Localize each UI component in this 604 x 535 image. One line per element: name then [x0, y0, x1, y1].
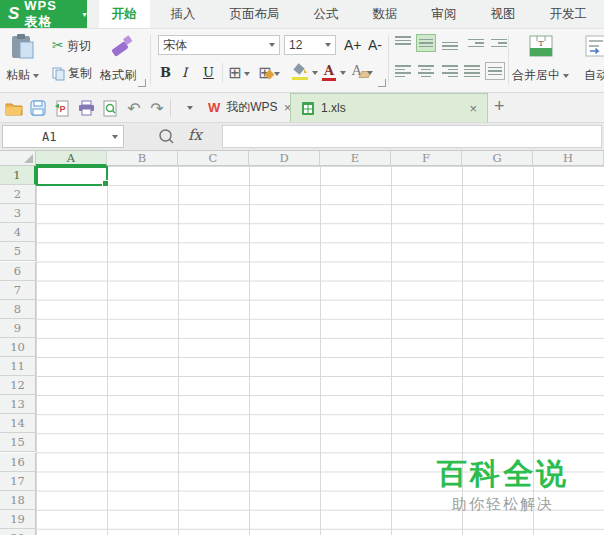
row-header-19[interactable]: 19 [0, 510, 36, 529]
distribute-button[interactable] [485, 62, 505, 80]
column-header-A[interactable]: A [36, 151, 107, 166]
row-header-16[interactable]: 16 [0, 453, 36, 472]
font-family-value: 宋体 [163, 37, 187, 54]
wps-w-icon: W [208, 100, 220, 115]
watermark-title: 百科全说 [437, 454, 569, 495]
row-header-18[interactable]: 18 [0, 491, 36, 510]
draw-border-button[interactable]: ⊞ [258, 63, 280, 82]
column-header-C[interactable]: C [178, 151, 249, 166]
tab-insert[interactable]: 插入 [158, 0, 209, 28]
row-header-13[interactable]: 13 [0, 395, 36, 414]
font-dialog-launcher[interactable] [378, 79, 386, 87]
column-header-E[interactable]: E [320, 151, 391, 166]
row-header-8[interactable]: 8 [0, 300, 36, 319]
copy-button[interactable]: 复制 [52, 65, 92, 82]
formula-input[interactable] [222, 125, 602, 148]
row-header-5[interactable]: 5 [0, 242, 36, 261]
justify-button[interactable] [462, 62, 482, 80]
column-header-B[interactable]: B [107, 151, 178, 166]
print-icon[interactable] [76, 98, 96, 118]
export-pdf-icon[interactable]: P [52, 98, 72, 118]
borders-button[interactable]: ⊞ [228, 63, 250, 82]
search-icon[interactable] [158, 128, 175, 145]
row-header-7[interactable]: 7 [0, 281, 36, 300]
small-separator [222, 63, 223, 83]
wps-app-button[interactable]: S WPS 表格 ▾ [0, 0, 87, 28]
row-header-10[interactable]: 10 [0, 338, 36, 357]
row-header-3[interactable]: 3 [0, 204, 36, 223]
column-header-H[interactable]: H [533, 151, 604, 166]
svg-text:T: T [538, 39, 544, 48]
align-right-button[interactable] [440, 62, 460, 80]
font-family-select[interactable]: 宋体 [158, 35, 280, 55]
merge-center-button[interactable]: 合并居中 [512, 67, 569, 84]
row-header-1[interactable]: 1 [0, 166, 36, 185]
row-header-20[interactable]: 20 [0, 529, 36, 535]
align-top-button[interactable] [393, 34, 413, 52]
toolbar-options-caret-icon[interactable] [178, 98, 198, 118]
align-middle-button[interactable] [416, 34, 436, 52]
tab-page-layout[interactable]: 页面布局 [217, 0, 293, 28]
column-header-D[interactable]: D [249, 151, 320, 166]
italic-button[interactable]: I [182, 65, 187, 80]
selected-cell-outline[interactable] [36, 166, 108, 186]
undo-icon[interactable]: ↶ [124, 98, 144, 118]
tab-view[interactable]: 视图 [478, 0, 529, 28]
cut-button[interactable]: ✂ 剪切 [52, 37, 91, 55]
menu-bar: S WPS 表格 ▾ 开始 插入 页面布局 公式 数据 审阅 视图 开发工 [0, 0, 604, 29]
column-header-G[interactable]: G [462, 151, 533, 166]
fill-color-button[interactable] [292, 63, 308, 80]
insert-function-button[interactable]: fx [188, 126, 202, 144]
redo-icon[interactable]: ↷ [147, 98, 167, 118]
tab-developer[interactable]: 开发工 [537, 0, 601, 28]
doc-tab-my-wps[interactable]: W 我的WPS × [198, 93, 301, 122]
print-preview-icon[interactable] [100, 98, 120, 118]
row-header-17[interactable]: 17 [0, 472, 36, 491]
paste-icon[interactable] [8, 33, 38, 61]
name-box[interactable]: A1 [2, 125, 124, 148]
underline-button[interactable]: U [203, 65, 214, 80]
tab-review[interactable]: 审阅 [419, 0, 470, 28]
bold-button[interactable]: B [160, 65, 171, 80]
row-header-15[interactable]: 15 [0, 433, 36, 452]
row-header-14[interactable]: 14 [0, 414, 36, 433]
align-bottom-button[interactable] [440, 34, 460, 52]
clear-format-button[interactable]: A [352, 63, 361, 78]
select-all-corner[interactable] [0, 151, 36, 166]
font-color-button[interactable]: A [322, 63, 336, 81]
merge-center-label: 合并居中 [512, 68, 560, 82]
merge-center-icon[interactable]: T [528, 34, 554, 58]
tab-home[interactable]: 开始 [99, 0, 150, 28]
tab-data[interactable]: 数据 [360, 0, 411, 28]
row-header-4[interactable]: 4 [0, 223, 36, 242]
clear-format-caret-icon [367, 71, 373, 75]
wrap-text-button[interactable]: 自动 [584, 67, 604, 84]
new-tab-button[interactable]: + [494, 96, 505, 117]
fill-handle[interactable] [102, 180, 109, 187]
align-center-button[interactable] [416, 62, 436, 80]
increase-indent-button[interactable] [489, 34, 509, 52]
tab-formulas[interactable]: 公式 [301, 0, 352, 28]
format-painter-icon[interactable] [108, 35, 134, 59]
row-header-11[interactable]: 11 [0, 357, 36, 376]
font-size-select[interactable]: 12 [284, 35, 336, 55]
decrease-indent-button[interactable] [466, 34, 486, 52]
doc-tab-1xls[interactable]: 1.xls × [290, 93, 488, 122]
align-left-button[interactable] [393, 62, 413, 80]
format-painter-button[interactable]: 格式刷 [100, 67, 136, 84]
clipboard-dialog-launcher[interactable] [138, 79, 146, 87]
quick-access-bar: P ↶ ↷ W 我的WPS × 1.xls × + [0, 93, 604, 123]
copy-icon [52, 67, 65, 81]
row-header-6[interactable]: 6 [0, 262, 36, 281]
grow-font-button[interactable]: A+ [344, 37, 362, 53]
close-tab-icon[interactable]: × [469, 101, 477, 116]
row-header-12[interactable]: 12 [0, 376, 36, 395]
save-icon[interactable] [28, 98, 48, 118]
row-header-9[interactable]: 9 [0, 319, 36, 338]
shrink-font-button[interactable]: A- [368, 37, 382, 53]
row-header-2[interactable]: 2 [0, 185, 36, 204]
wrap-text-icon[interactable] [584, 34, 604, 58]
open-file-icon[interactable] [4, 98, 24, 118]
column-header-F[interactable]: F [391, 151, 462, 166]
paste-button[interactable]: 粘贴 [6, 67, 39, 84]
